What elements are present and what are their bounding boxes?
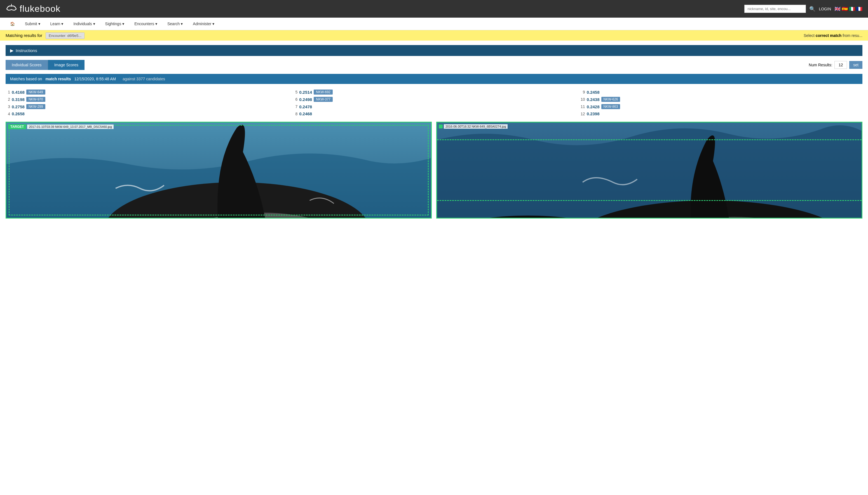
result-badge[interactable]: NKW-970 [26,97,45,102]
match-info-bar: Matches based on match results 12/15/202… [5,74,863,84]
image-datetime-1: 2016-06-30T16:32 NKW-649_6B5A0274.jpg [444,124,508,129]
result-badge[interactable]: NKW-692 [314,89,333,95]
matching-banner: Matching results for Encounter: d6f9e5..… [0,30,868,40]
image-scores-tab[interactable]: Image Scores [48,60,85,70]
flag-es[interactable]: 🇪🇸 [842,6,848,12]
result-score: 0.2458 [587,90,600,95]
result-row: 12 0.2398 [580,110,863,117]
image-label-target: TARGET 2017-01-10T03:39 NKW-649_13.07.20… [8,124,114,129]
expand-arrow-icon: ▶ [10,48,14,53]
num-results-input[interactable]: 12 [834,61,847,69]
header-right: 🔍 LOGIN 🇬🇧 🇪🇸 🇮🇹 🇫🇷 [744,5,863,13]
result-num: 10 [580,97,585,102]
match-results-bold: match results [45,77,71,81]
result-row: 6 0.2498 NKW-377 [293,96,575,103]
chevron-down-icon: ▾ [212,21,214,26]
result-row: 3 0.2758 NKW-299 [5,103,288,110]
num-results-area: Num Results: 12 set [809,61,863,69]
images-section: TARGET 2017-01-10T03:39 NKW-649_13.07.20… [5,122,863,219]
nav-encounters[interactable]: Encounters ▾ [130,18,162,30]
nav-home[interactable]: 🏠 [5,18,19,30]
result-score: 0.2478 [299,104,312,109]
result-num: 5 [293,90,297,94]
result-num: 6 [293,97,297,102]
chevron-down-icon: ▾ [93,21,95,26]
flag-en[interactable]: 🇬🇧 [834,6,840,12]
language-flags: 🇬🇧 🇪🇸 🇮🇹 🇫🇷 [834,6,863,12]
result-score: 0.2658 [12,112,24,116]
chevron-down-icon: ▾ [181,21,183,26]
result-score: 0.4168 [12,90,24,95]
set-button[interactable]: set [849,61,863,69]
nav-sightings[interactable]: Sightings ▾ [101,18,129,30]
result-num: 4 [5,112,10,116]
result-badge[interactable]: NKW-863 [601,104,620,109]
match-date: 12/15/2020, 8:55:48 AM [74,77,116,81]
result-score: 0.2468 [299,112,312,116]
image-card-match: 2016-06-30T16:32 NKW-649_6B5A0274.jpg [436,122,863,219]
logo-area: flukebook [5,3,60,14]
result-row: 4 0.2658 [5,110,288,117]
result-score: 0.2398 [587,112,600,116]
score-tabs: Individual Scores Image Scores [5,60,85,70]
result-row: 2 0.3198 NKW-970 [5,96,288,103]
target-badge: TARGET [8,124,26,129]
nav-submit[interactable]: Submit ▾ [20,18,45,30]
chevron-down-icon: ▾ [155,21,157,26]
matching-left: Matching results for Encounter: d6f9e5..… [5,33,85,38]
result-row: 11 0.2428 NKW-863 [580,103,863,110]
search-icon: 🔍 [809,6,815,12]
result-num: 7 [293,104,297,109]
result-badge[interactable]: NKW-299 [26,104,45,109]
score-tabs-row: Individual Scores Image Scores Num Resul… [5,60,863,70]
individual-scores-tab[interactable]: Individual Scores [5,60,48,70]
whale-image-right [437,123,862,218]
home-icon: 🏠 [10,21,15,26]
image-card-target: TARGET 2017-01-10T03:39 NKW-649_13.07.20… [5,122,432,219]
result-score: 0.2514 [299,90,312,95]
matching-text: Matching results for [5,33,42,38]
result-row: 8 0.2468 [293,110,575,117]
chevron-down-icon: ▾ [38,21,40,26]
result-row: 7 0.2478 [293,103,575,110]
result-row: 5 0.2514 NKW-692 [293,88,575,96]
num-results-label: Num Results: [809,63,832,67]
match-indicator [439,124,443,129]
flag-it[interactable]: 🇮🇹 [849,6,855,12]
result-score: 0.2438 [587,97,600,102]
flag-fr[interactable]: 🇫🇷 [856,6,863,12]
global-search-input[interactable] [744,5,806,13]
instructions-label: Instructions [16,48,37,53]
main-content: ▶ Instructions Individual Scores Image S… [0,40,868,223]
result-score: 0.3198 [12,97,24,102]
encounter-badge: Encounter: d6f9e5... [46,32,85,39]
nav-learn[interactable]: Learn ▾ [46,18,68,30]
result-row: 9 0.2458 [580,88,863,96]
main-nav: 🏠 Submit ▾ Learn ▾ Individuals ▾ Sightin… [0,18,868,30]
matches-text: Matches based on [10,77,42,81]
chevron-down-icon: ▾ [61,21,63,26]
nav-search[interactable]: Search ▾ [163,18,187,30]
login-button[interactable]: LOGIN [819,7,831,11]
candidates-text: against 3377 candidates [123,77,165,81]
result-num: 2 [5,97,10,102]
header: flukebook 🔍 LOGIN 🇬🇧 🇪🇸 🇮🇹 🇫🇷 [0,0,868,18]
image-label-match: 2016-06-30T16:32 NKW-649_6B5A0274.jpg [439,124,508,129]
result-num: 3 [5,104,10,109]
result-badge[interactable]: NKW-377 [314,97,333,102]
instructions-bar[interactable]: ▶ Instructions [5,45,863,56]
result-badge[interactable]: NKW-626 [601,97,620,102]
whale-image-left [6,123,431,218]
result-score: 0.2428 [587,104,600,109]
results-grid: 1 0.4168 NKW-6495 0.2514 NKW-6929 0.2458… [5,88,863,117]
nav-administer[interactable]: Administer ▾ [188,18,219,30]
result-num: 9 [580,90,585,94]
image-datetime-0: 2017-01-10T03:39 NKW-649_13.07.2017_MB_D… [27,124,113,129]
nav-individuals[interactable]: Individuals ▾ [69,18,99,30]
select-correct-text: Select correct match from resu... [804,33,863,38]
result-score: 0.2758 [12,104,24,109]
result-num: 11 [580,104,585,109]
result-badge[interactable]: NKW-649 [26,89,45,95]
chevron-down-icon: ▾ [122,21,124,26]
result-score: 0.2498 [299,97,312,102]
